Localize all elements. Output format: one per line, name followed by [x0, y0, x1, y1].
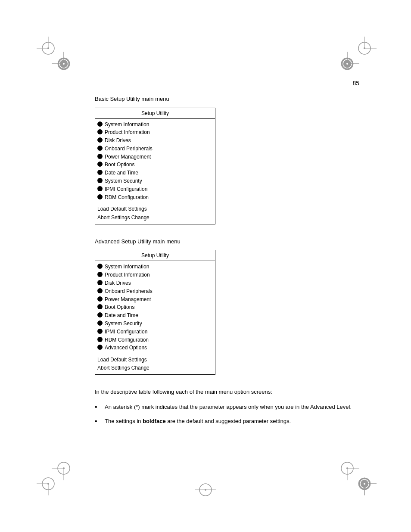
desc-text-2-after: are the default and suggested parameter … — [166, 418, 291, 424]
advanced-section-heading: Advanced Setup Utility main menu — [95, 237, 368, 246]
bullet-icon — [97, 272, 103, 277]
menu-item-text: IPMI Configuration — [105, 328, 147, 336]
menu-item-text: IPMI Configuration — [105, 186, 147, 193]
corner-decoration-tr2 — [338, 47, 364, 73]
bullet-icon — [97, 186, 103, 191]
menu-item-text: System Information — [105, 263, 149, 271]
menu-item-text: RDM Configuration — [105, 336, 149, 344]
list-item: Power Management — [97, 296, 213, 303]
description-intro: In the descriptive table following each … — [95, 388, 368, 396]
list-item: Boot Options — [97, 161, 213, 168]
menu-item-text: Disk Drives — [105, 280, 131, 287]
bottom-center-decoration — [195, 479, 216, 502]
menu-item-text: System Information — [105, 121, 149, 128]
bullet-icon — [97, 345, 103, 350]
list-item: Disk Drives — [97, 137, 213, 144]
bullet-icon — [97, 280, 103, 285]
advanced-table-body: System InformationProduct InformationDis… — [95, 261, 215, 352]
svg-point-26 — [364, 483, 365, 485]
desc-item-1: • An asterisk (*) mark indicates that th… — [95, 403, 368, 412]
desc-text-2-before: The settings in — [105, 418, 143, 424]
menu-item-text: Power Management — [105, 296, 151, 303]
bullet-icon — [97, 264, 103, 269]
desc-item-2: • The settings in boldface are the defau… — [95, 417, 368, 426]
desc-text-2-bold: boldface — [143, 418, 165, 424]
bullet-icon — [97, 170, 103, 175]
list-item: Product Information — [97, 129, 213, 136]
desc-text-1: An asterisk (*) mark indicates that the … — [105, 403, 352, 411]
bullet-icon — [97, 162, 103, 167]
bullet-icon — [97, 137, 103, 143]
basic-table-footer: Load Default SettingsAbort Settings Chan… — [95, 202, 215, 224]
list-item: RDM Configuration — [97, 194, 213, 201]
svg-point-12 — [63, 63, 65, 65]
svg-point-30 — [63, 467, 65, 469]
svg-point-38 — [205, 489, 206, 491]
list-item: Power Management — [97, 153, 213, 161]
menu-item-text: Onboard Peripherals — [105, 288, 153, 295]
footer-item: Load Default Settings — [97, 356, 213, 364]
bullet-icon — [97, 194, 103, 199]
bullet-icon — [97, 304, 103, 309]
menu-item-text: Boot Options — [105, 161, 134, 168]
corner-decoration-tl2 — [47, 47, 73, 73]
menu-item-text: Product Information — [105, 129, 150, 136]
basic-table-header: Setup Utility — [95, 108, 215, 119]
corner-decoration-br2 — [338, 459, 364, 485]
list-item: Date and Time — [97, 312, 213, 319]
desc-text-2: The settings in boldface are the default… — [105, 417, 291, 426]
footer-item: Abort Settings Change — [97, 214, 213, 222]
list-item: System Security — [97, 177, 213, 185]
list-item: Onboard Peripherals — [97, 288, 213, 295]
svg-point-34 — [346, 467, 348, 469]
list-item: Onboard Peripherals — [97, 145, 213, 152]
svg-point-7 — [364, 47, 365, 49]
menu-item-text: System Security — [105, 320, 142, 327]
footer-item: Load Default Settings — [97, 205, 213, 213]
footer-item: Abort Settings Change — [97, 364, 213, 372]
bullet-icon — [97, 329, 103, 334]
bullet-icon — [97, 337, 103, 342]
list-item: IPMI Configuration — [97, 186, 213, 193]
bullet-icon — [97, 312, 103, 317]
desc-bullet-2: • — [95, 417, 103, 426]
basic-table-body: System InformationProduct InformationDis… — [95, 119, 215, 201]
page-container: 85 Basic Setup Utility main menu Setup U… — [0, 0, 411, 532]
main-content: Basic Setup Utility main menu Setup Util… — [95, 95, 368, 431]
bullet-icon — [97, 296, 103, 302]
bullet-icon — [97, 129, 103, 134]
bullet-icon — [97, 288, 103, 293]
menu-item-text: Onboard Peripherals — [105, 145, 153, 152]
advanced-setup-table: Setup Utility System InformationProduct … — [95, 250, 215, 375]
menu-item-text: Boot Options — [105, 304, 134, 311]
menu-item-text: Date and Time — [105, 169, 138, 177]
list-item: Date and Time — [97, 169, 213, 177]
menu-item-text: Disk Drives — [105, 137, 131, 144]
advanced-table-header: Setup Utility — [95, 250, 215, 261]
basic-section-heading: Basic Setup Utility main menu — [95, 95, 368, 103]
menu-item-text: Date and Time — [105, 312, 138, 319]
list-item: Disk Drives — [97, 280, 213, 287]
bullet-icon — [97, 146, 103, 151]
menu-item-text: Product Information — [105, 271, 150, 279]
bullet-icon — [97, 154, 103, 159]
list-item: System Information — [97, 121, 213, 128]
bullet-icon — [97, 121, 103, 127]
advanced-table-footer: Load Default SettingsAbort Settings Chan… — [95, 352, 215, 374]
list-item: Advanced Options — [97, 344, 213, 352]
list-item: Boot Options — [97, 304, 213, 311]
list-item: RDM Configuration — [97, 336, 213, 344]
bullet-icon — [97, 178, 103, 183]
description-list: • An asterisk (*) mark indicates that th… — [95, 403, 368, 426]
svg-point-17 — [346, 63, 348, 65]
menu-item-text: Power Management — [105, 153, 151, 161]
menu-item-text: System Security — [105, 177, 142, 185]
corner-decoration-bl2 — [47, 459, 73, 485]
menu-item-text: RDM Configuration — [105, 194, 149, 201]
bullet-icon — [97, 320, 103, 326]
list-item: IPMI Configuration — [97, 328, 213, 336]
list-item: System Information — [97, 263, 213, 271]
desc-bullet-1: • — [95, 403, 103, 412]
basic-setup-table: Setup Utility System InformationProduct … — [95, 108, 215, 224]
list-item: Product Information — [97, 271, 213, 279]
